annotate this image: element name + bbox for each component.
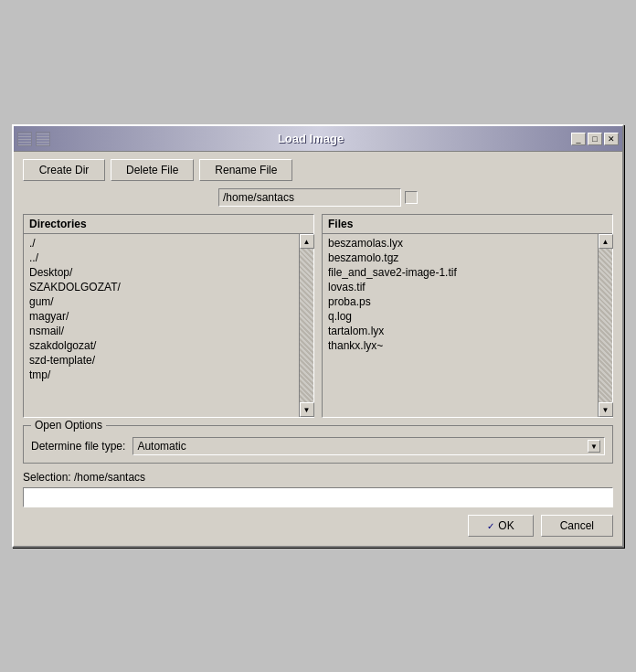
maximize-button[interactable]: □ [588,133,602,145]
files-scrollbar: ▲ ▼ [598,234,612,417]
window-body: Create Dir Delete File Rename File Direc… [14,152,622,546]
cancel-button[interactable]: Cancel [541,515,613,537]
file-scroll-up-button[interactable]: ▲ [599,234,613,249]
directories-list[interactable]: ./../Desktop/SZAKDOLGOZAT/gum/magyar/nsm… [24,234,299,417]
rename-file-button[interactable]: Rename File [199,159,292,181]
directories-panel: Directories ./../Desktop/SZAKDOLGOZAT/gu… [23,214,314,418]
list-item[interactable]: beszamolas.lyx [326,236,594,251]
selection-label: Selection: /home/santacs [23,471,613,484]
minimize-button[interactable]: _ [571,133,586,145]
ok-label: OK [498,519,514,532]
open-options-group: Open Options Determine file type: Automa… [23,425,613,464]
files-panel: Files beszamolas.lyxbeszamolo.tgzfile_an… [322,214,613,418]
list-item[interactable]: Desktop/ [27,265,295,280]
list-item[interactable]: szd-template/ [27,353,295,368]
file-type-select[interactable]: Automatic ▼ [132,437,605,455]
list-item[interactable]: proba.ps [326,294,594,309]
path-bar [23,188,613,207]
file-type-value: Automatic [137,440,588,453]
list-item[interactable]: tartalom.lyx [326,324,594,338]
current-path-input[interactable] [218,188,401,207]
file-scroll-track[interactable] [599,249,612,402]
list-item[interactable]: SZAKDOLGOZAT/ [27,280,295,294]
create-dir-button[interactable]: Create Dir [23,159,105,181]
list-item[interactable]: thankx.lyx~ [326,338,594,353]
ok-check-icon: ✓ [487,521,494,531]
title-grip-icon2 [36,132,50,146]
list-item[interactable]: q.log [326,309,594,324]
toolbar: Create Dir Delete File Rename File [23,159,613,181]
dir-scroll-down-button[interactable]: ▼ [300,402,314,417]
files-list[interactable]: beszamolas.lyxbeszamolo.tgzfile_and_save… [323,234,598,417]
list-item[interactable]: magyar/ [27,309,295,324]
close-button[interactable]: ✕ [604,133,619,145]
button-row: ✓ OK Cancel [23,515,613,537]
file-panels: Directories ./../Desktop/SZAKDOLGOZAT/gu… [23,214,613,418]
file-type-dropdown-button[interactable]: ▼ [588,440,600,453]
dir-scroll-up-button[interactable]: ▲ [300,234,314,249]
delete-file-button[interactable]: Delete File [111,159,194,181]
load-image-dialog: Load Image _ □ ✕ Create Dir Delete File … [12,124,624,548]
list-item[interactable]: file_and_save2-image-1.tif [326,265,594,280]
list-item[interactable]: tmp/ [27,368,295,382]
dir-scroll-track[interactable] [300,249,313,402]
title-grip-icon [17,132,32,146]
open-options-legend: Open Options [31,419,106,432]
list-item[interactable]: ../ [27,251,295,265]
directories-panel-header: Directories [24,215,313,234]
selection-input[interactable] [23,487,613,507]
list-item[interactable]: ./ [27,236,295,251]
window-title: Load Image [50,132,571,145]
list-item[interactable]: nsmail/ [27,324,295,338]
title-bar-left [17,132,50,146]
list-item[interactable]: gum/ [27,294,295,309]
path-checkbox[interactable] [405,191,418,204]
directories-panel-content: ./../Desktop/SZAKDOLGOZAT/gum/magyar/nsm… [24,234,313,417]
file-type-label: Determine file type: [31,440,125,453]
files-panel-content: beszamolas.lyxbeszamolo.tgzfile_and_save… [323,234,612,417]
list-item[interactable]: szakdolgozat/ [27,338,295,353]
files-panel-header: Files [323,215,612,234]
list-item[interactable]: beszamolo.tgz [326,251,594,265]
directories-scrollbar: ▲ ▼ [299,234,313,417]
file-scroll-down-button[interactable]: ▼ [599,402,613,417]
title-bar: Load Image _ □ ✕ [14,126,622,152]
title-bar-controls: _ □ ✕ [571,133,619,145]
file-type-row: Determine file type: Automatic ▼ [31,437,605,455]
list-item[interactable]: lovas.tif [326,280,594,294]
selection-section: Selection: /home/santacs [23,471,613,507]
ok-button[interactable]: ✓ OK [468,515,533,537]
